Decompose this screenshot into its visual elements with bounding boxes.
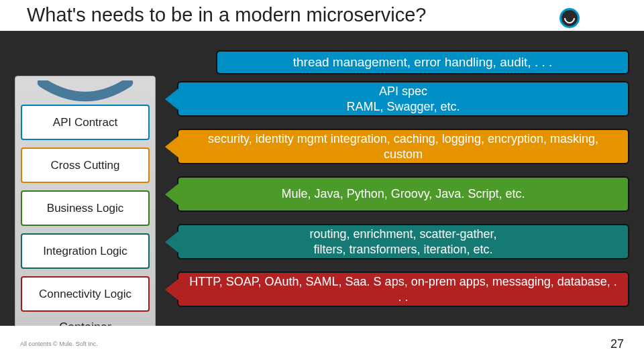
desc-text: Mule, Java, Python, Groovy, Java. Script… — [282, 186, 525, 202]
desc-connectivity-logic: HTTP, SOAP, OAuth, SAML, Saa. S aps, on-… — [177, 272, 629, 307]
layer-cross-cutting: Cross Cutting — [21, 147, 150, 183]
brand-text: MuleSoft — [584, 11, 632, 25]
layer-api-contract: API Contract — [21, 105, 150, 140]
diagram-area: thread management, error handling, audit… — [15, 50, 629, 322]
desc-cross-cutting: security, identity mgmt integration, cac… — [177, 129, 629, 164]
brand-logo: MuleSoft — [559, 8, 632, 28]
footer: All contents © Mule. Soft Inc. 27 — [0, 326, 644, 362]
container-column: API Contract Cross Cutting Business Logi… — [15, 76, 156, 339]
desc-business-logic: Mule, Java, Python, Groovy, Java. Script… — [177, 176, 629, 212]
layer-business-logic: Business Logic — [21, 190, 150, 226]
desc-api-contract: API specRAML, Swagger, etc. — [177, 81, 629, 117]
page-number: 27 — [610, 337, 624, 351]
copyright: All contents © Mule. Soft Inc. — [20, 341, 98, 347]
arc-icon — [28, 80, 143, 102]
desc-text: API specRAML, Swagger, etc. — [346, 84, 460, 114]
desc-text: security, identity mgmt integration, cac… — [188, 131, 619, 162]
mulesoft-icon — [559, 8, 580, 28]
layer-integration-logic: Integration Logic — [21, 233, 150, 269]
desc-integration-logic: routing, enrichment, scatter-gather,filt… — [177, 224, 629, 259]
desc-text: HTTP, SOAP, OAuth, SAML, Saa. S aps, on-… — [188, 274, 619, 304]
desc-text: routing, enrichment, scatter-gather,filt… — [309, 227, 496, 257]
layer-connectivity-logic: Connectivity Logic — [21, 276, 150, 312]
top-banner: thread management, error handling, audit… — [216, 50, 629, 74]
page-title: What's needs to be in a modern microserv… — [27, 4, 426, 26]
